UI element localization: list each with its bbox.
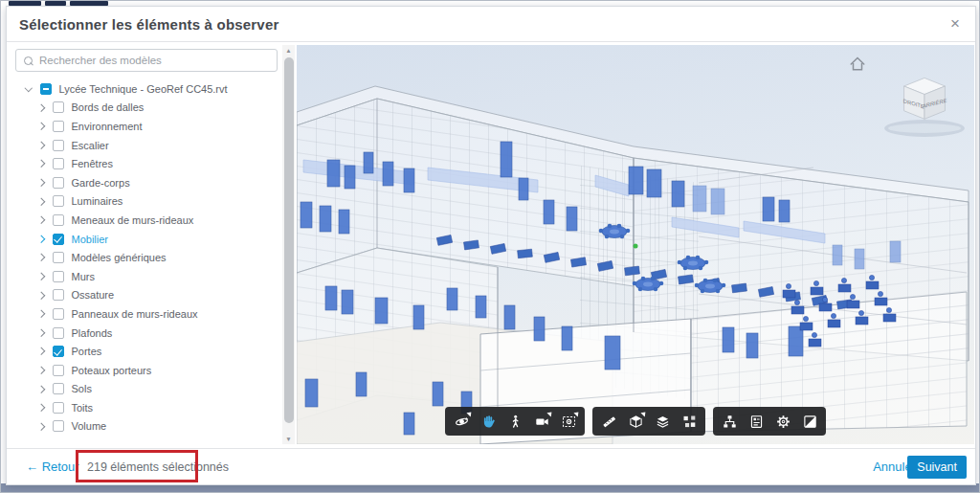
tree-root-item[interactable]: Lycée Technique - GeoRef CC45.rvt — [7, 79, 282, 99]
3d-viewport[interactable]: DROITE ARRIÈRE — [297, 45, 974, 444]
orbit-tool-button[interactable] — [448, 409, 475, 434]
tree-item[interactable]: Fenêtres — [7, 154, 282, 173]
screenshot-root: Sélectionner les éléments à observer × L… — [0, 0, 980, 493]
home-view-icon[interactable] — [849, 56, 866, 73]
tree-item-label: Modèles génériques — [72, 252, 167, 263]
chevron-right-icon[interactable] — [37, 385, 45, 392]
tree-item[interactable]: Ossature — [7, 286, 282, 305]
fullscreen-tool-button[interactable] — [796, 409, 823, 434]
chevron-right-icon[interactable] — [37, 197, 45, 205]
viewcube[interactable]: DROITE ARRIÈRE — [896, 70, 953, 131]
tree-checkbox[interactable] — [53, 271, 64, 282]
search-input[interactable] — [39, 55, 277, 66]
walk-tool-button[interactable] — [501, 409, 528, 434]
tree-checkbox[interactable] — [53, 308, 64, 320]
tree-checkbox[interactable] — [53, 140, 64, 151]
pan-icon — [481, 415, 496, 429]
tree-item[interactable]: Portes — [7, 342, 282, 361]
chevron-right-icon[interactable] — [37, 273, 45, 280]
tree-item-label: Meneaux de murs-rideaux — [72, 214, 194, 226]
tree-item-label: Luminaires — [72, 195, 123, 207]
scrollbar-thumb[interactable] — [284, 57, 294, 423]
fit-view-icon — [562, 415, 576, 429]
tree-item[interactable]: Garde-corps — [7, 173, 282, 192]
dialog-title: Sélectionner les éléments à observer — [19, 16, 279, 33]
chevron-right-icon[interactable] — [37, 291, 45, 299]
chevron-right-icon[interactable] — [37, 310, 45, 318]
tree-checkbox[interactable] — [53, 177, 64, 189]
scroll-up-icon[interactable]: ▲ — [282, 45, 295, 56]
explode-icon — [682, 415, 697, 429]
tree-item[interactable]: Meneaux de murs-rideaux — [7, 211, 282, 230]
tree-checkbox[interactable] — [53, 195, 64, 207]
chevron-right-icon[interactable] — [37, 179, 45, 187]
tree-checkbox[interactable] — [53, 252, 64, 263]
tree-item[interactable]: Panneaux de murs-rideaux — [7, 304, 282, 324]
tree-item[interactable]: Poteaux porteurs — [7, 361, 282, 380]
tree-item[interactable]: Bords de dalles — [7, 99, 282, 118]
tree-checkbox[interactable] — [53, 327, 64, 339]
chevron-right-icon[interactable] — [37, 404, 45, 412]
camera-tool-button[interactable] — [528, 409, 555, 434]
chevron-right-icon[interactable] — [37, 104, 45, 112]
chevron-right-icon[interactable] — [37, 235, 45, 243]
tree-item[interactable]: Modèles génériques — [7, 248, 282, 267]
search-icon — [24, 56, 33, 65]
chevron-down-icon[interactable] — [25, 83, 33, 91]
properties-tool-button[interactable] — [743, 409, 769, 434]
tree-checkbox[interactable] — [53, 234, 64, 245]
tree-item[interactable]: Luminaires — [7, 192, 282, 212]
tree-item[interactable]: Sols — [7, 380, 282, 399]
model-browser-tool-button[interactable] — [716, 409, 743, 434]
section-tool-button[interactable] — [622, 409, 649, 434]
walk-icon — [508, 415, 523, 429]
tree-item[interactable]: Volume — [7, 417, 282, 437]
chevron-right-icon[interactable] — [37, 123, 45, 130]
tree-item[interactable]: Plafonds — [7, 324, 282, 343]
search-box[interactable] — [15, 49, 278, 72]
measure-tool-button[interactable] — [595, 409, 622, 434]
chevron-right-icon[interactable] — [37, 367, 45, 374]
dialog-header: Sélectionner les éléments à observer × — [7, 7, 975, 42]
chevron-right-icon[interactable] — [37, 142, 45, 149]
tree-item[interactable]: Environnement — [7, 117, 282, 136]
tree-root-checkbox[interactable] — [40, 83, 52, 95]
scroll-down-icon[interactable]: ▼ — [282, 434, 295, 444]
chevron-right-icon[interactable] — [37, 329, 45, 337]
chevron-right-icon[interactable] — [37, 347, 45, 355]
tree-item-label: Mobilier — [72, 234, 109, 245]
chevron-right-icon[interactable] — [37, 216, 45, 224]
tree-item[interactable]: Murs — [7, 267, 282, 286]
tree-checkbox[interactable] — [53, 289, 64, 301]
tree-item[interactable]: Toits — [7, 398, 282, 417]
explode-tool-button[interactable] — [676, 409, 702, 434]
chevron-right-icon[interactable] — [37, 423, 45, 431]
tree-checkbox[interactable] — [53, 101, 64, 113]
pan-tool-button[interactable] — [475, 409, 501, 434]
tree-item-label: Environnement — [72, 121, 143, 132]
tree-checkbox[interactable] — [53, 420, 64, 432]
close-icon[interactable]: × — [945, 13, 966, 34]
tree-item-label: Bords de dalles — [72, 101, 145, 113]
tree-checkbox[interactable] — [53, 402, 64, 414]
back-button[interactable]: ← Retour — [26, 459, 79, 474]
tree-checkbox[interactable] — [53, 365, 64, 376]
tree-checkbox[interactable] — [53, 214, 64, 226]
tree-item-label: Ossature — [72, 289, 115, 301]
settings-tool-button[interactable] — [769, 409, 796, 434]
tree-checkbox[interactable] — [53, 121, 64, 132]
tree-checkbox[interactable] — [53, 346, 64, 357]
toolbar-group — [592, 407, 705, 436]
tree-checkbox[interactable] — [53, 383, 64, 394]
tree-item[interactable]: Escalier — [7, 136, 282, 155]
chevron-right-icon[interactable] — [37, 160, 45, 168]
tree-scrollbar[interactable]: ▲ ▼ — [282, 45, 295, 444]
next-button[interactable]: Suivant — [907, 456, 967, 479]
tree-item[interactable]: Mobilier — [7, 230, 282, 249]
tree-checkbox[interactable] — [53, 158, 64, 169]
levels-tool-button[interactable] — [649, 409, 676, 434]
measure-icon — [602, 415, 616, 429]
tree-item-label: Panneaux de murs-rideaux — [72, 308, 198, 320]
fit-view-tool-button[interactable] — [555, 409, 582, 434]
chevron-right-icon[interactable] — [37, 254, 45, 261]
